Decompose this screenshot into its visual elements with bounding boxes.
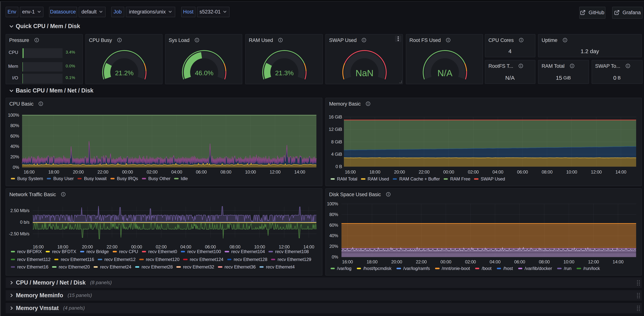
svg-text:100%: 100%	[8, 112, 19, 118]
svg-text:22:00: 22:00	[98, 169, 108, 174]
svg-text:10:00: 10:00	[566, 169, 577, 174]
svg-text:20%: 20%	[329, 244, 338, 248]
svg-text:0%: 0%	[332, 254, 338, 259]
svg-text:20:00: 20:00	[82, 244, 93, 249]
svg-text:20%: 20%	[10, 154, 19, 159]
svg-text:0 b/s: 0 b/s	[20, 220, 30, 224]
svg-text:12:00: 12:00	[270, 169, 280, 174]
svg-text:46.0%: 46.0%	[195, 69, 213, 76]
svg-text:8 GiB: 8 GiB	[331, 139, 342, 144]
svg-text:21.2%: 21.2%	[115, 69, 133, 76]
svg-text:10:00: 10:00	[245, 169, 256, 174]
svg-text:60%: 60%	[329, 222, 338, 228]
svg-text:06:00: 06:00	[205, 244, 216, 249]
svg-text:80%: 80%	[329, 212, 338, 217]
svg-text:-2.50 Mb/s: -2.50 Mb/s	[9, 231, 30, 236]
svg-text:08:00: 08:00	[230, 244, 240, 249]
svg-text:12:00: 12:00	[591, 169, 602, 174]
svg-text:14:00: 14:00	[615, 169, 626, 174]
svg-text:40%: 40%	[329, 233, 338, 238]
svg-text:16 GiB: 16 GiB	[329, 114, 342, 119]
svg-text:08:00: 08:00	[542, 169, 552, 174]
svg-text:08:00: 08:00	[539, 259, 550, 264]
svg-text:21.3%: 21.3%	[275, 69, 293, 76]
svg-text:18:00: 18:00	[366, 259, 378, 264]
svg-text:14:00: 14:00	[294, 169, 305, 174]
svg-text:18:00: 18:00	[369, 169, 380, 174]
svg-text:100%: 100%	[327, 201, 338, 206]
svg-text:08:00: 08:00	[220, 169, 232, 174]
svg-text:06:00: 06:00	[517, 169, 528, 174]
svg-text:16:00: 16:00	[342, 259, 353, 264]
svg-text:0%: 0%	[13, 164, 19, 170]
svg-text:00:00: 00:00	[131, 244, 142, 249]
svg-text:04:00: 04:00	[171, 169, 182, 174]
svg-text:12:00: 12:00	[588, 259, 599, 264]
svg-text:00:00: 00:00	[443, 169, 454, 174]
svg-text:18:00: 18:00	[57, 244, 68, 249]
svg-text:04:00: 04:00	[180, 244, 191, 249]
svg-text:2.50 Mb/s: 2.50 Mb/s	[10, 208, 30, 213]
svg-text:N/A: N/A	[437, 68, 452, 78]
svg-text:20:00: 20:00	[391, 259, 402, 264]
svg-text:20:00: 20:00	[394, 169, 405, 174]
svg-text:20:00: 20:00	[73, 169, 84, 174]
svg-text:NaN: NaN	[356, 68, 374, 78]
svg-text:14:00: 14:00	[612, 259, 624, 264]
svg-text:02:00: 02:00	[468, 169, 479, 174]
svg-text:16:00: 16:00	[345, 169, 356, 174]
svg-text:02:00: 02:00	[465, 259, 476, 264]
svg-text:22:00: 22:00	[416, 259, 427, 264]
svg-text:12:00: 12:00	[279, 244, 290, 249]
svg-text:00:00: 00:00	[122, 169, 133, 174]
svg-text:12 GiB: 12 GiB	[329, 126, 342, 132]
svg-text:22:00: 22:00	[418, 169, 430, 174]
svg-text:06:00: 06:00	[514, 259, 525, 264]
svg-text:40%: 40%	[10, 144, 19, 149]
svg-text:4 GiB: 4 GiB	[331, 152, 342, 156]
svg-text:02:00: 02:00	[156, 244, 166, 249]
svg-text:04:00: 04:00	[492, 169, 503, 174]
svg-text:16:00: 16:00	[24, 169, 34, 174]
svg-text:14:00: 14:00	[303, 244, 314, 249]
svg-text:18:00: 18:00	[48, 169, 59, 174]
svg-text:10:00: 10:00	[564, 259, 574, 264]
svg-text:22:00: 22:00	[106, 244, 118, 249]
svg-text:60%: 60%	[10, 133, 19, 138]
svg-text:06:00: 06:00	[196, 169, 207, 174]
svg-text:02:00: 02:00	[146, 169, 158, 174]
svg-text:00:00: 00:00	[440, 259, 451, 264]
svg-text:0 B: 0 B	[336, 164, 342, 169]
svg-text:16:00: 16:00	[33, 244, 44, 249]
svg-text:10:00: 10:00	[254, 244, 265, 249]
svg-text:80%: 80%	[10, 123, 19, 128]
svg-text:04:00: 04:00	[490, 259, 500, 264]
